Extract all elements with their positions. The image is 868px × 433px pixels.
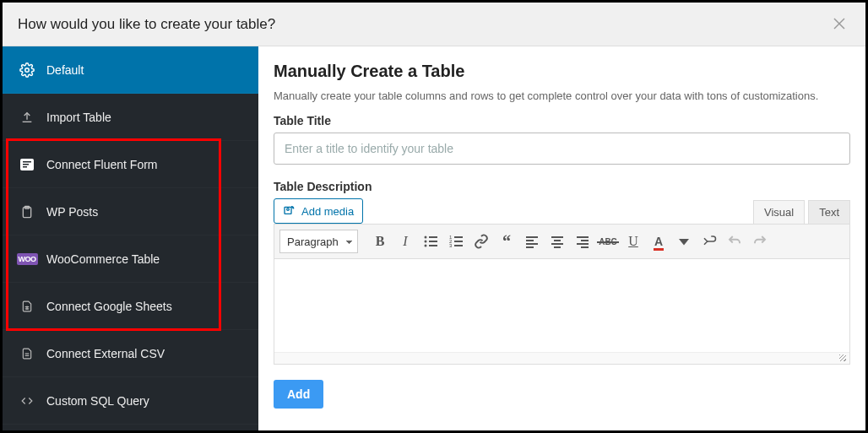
table-title-input[interactable] — [274, 133, 850, 165]
svg-marker-40 — [679, 239, 689, 246]
numbered-list-button[interactable]: 123 — [444, 230, 468, 253]
svg-rect-6 — [23, 166, 27, 168]
bold-button[interactable]: B — [368, 230, 392, 253]
italic-button[interactable]: I — [393, 230, 417, 253]
underline-button[interactable]: U — [621, 230, 645, 253]
sidebar-item-label: Connect External CSV — [46, 347, 165, 360]
align-left-button[interactable] — [520, 230, 544, 253]
format-select[interactable]: Paragraph — [279, 230, 358, 253]
content-heading: Manually Create a Table — [274, 62, 850, 81]
resize-handle[interactable] — [274, 352, 849, 364]
sidebar-item-label: Import Table — [46, 111, 111, 124]
add-button[interactable]: Add — [274, 380, 323, 409]
strikethrough-button[interactable]: ABC — [596, 230, 620, 253]
color-dropdown-button[interactable] — [672, 230, 696, 253]
sidebar-item-woocommerce[interactable]: WOO WooCommerce Table — [3, 235, 258, 283]
svg-text:3: 3 — [449, 243, 453, 248]
align-center-button[interactable] — [545, 230, 569, 253]
modal-title: How would you like to create your table? — [18, 16, 275, 33]
modal-header: How would you like to create your table? — [3, 3, 865, 46]
undo-button[interactable] — [723, 230, 746, 253]
sidebar: Default Import Table Connect Fluent Form… — [3, 46, 258, 430]
woo-icon: WOO — [18, 253, 36, 265]
title-label: Table Title — [274, 114, 850, 127]
sidebar-item-default[interactable]: Default — [3, 46, 258, 94]
sheet-icon — [18, 299, 36, 314]
clipboard-icon — [18, 204, 36, 219]
close-icon — [833, 18, 845, 30]
svg-point-14 — [287, 208, 290, 211]
svg-point-18 — [425, 245, 427, 247]
add-media-label: Add media — [301, 205, 354, 218]
sidebar-item-wp-posts[interactable]: WP Posts — [3, 188, 258, 235]
editor: Paragraph B I 123 “ — [274, 224, 850, 365]
svg-rect-5 — [23, 164, 29, 165]
text-color-button[interactable]: A — [647, 230, 670, 253]
description-textarea[interactable] — [274, 259, 849, 352]
sidebar-item-label: Default — [46, 63, 84, 77]
tab-text[interactable]: Text — [808, 200, 850, 224]
add-media-button[interactable]: Add media — [274, 198, 363, 224]
media-icon — [283, 204, 296, 218]
sidebar-item-external-csv[interactable]: Connect External CSV — [3, 330, 258, 377]
bullet-list-button[interactable] — [419, 230, 442, 253]
form-icon — [18, 159, 36, 170]
code-icon — [18, 395, 36, 407]
close-button[interactable] — [828, 14, 850, 34]
sidebar-item-label: WP Posts — [46, 205, 98, 219]
svg-point-17 — [425, 241, 427, 243]
redo-button[interactable] — [748, 230, 772, 253]
description-label: Table Description — [274, 180, 850, 193]
sidebar-item-fluent-form[interactable]: Connect Fluent Form — [3, 141, 258, 188]
main-content: Manually Create a Table Manually create … — [258, 46, 865, 430]
quote-button[interactable]: “ — [495, 230, 518, 253]
tab-visual[interactable]: Visual — [753, 200, 805, 224]
file-icon — [18, 346, 36, 361]
content-description: Manually create your table columns and r… — [274, 89, 850, 102]
align-right-button[interactable] — [571, 230, 594, 253]
svg-point-16 — [425, 236, 427, 239]
sidebar-item-import[interactable]: Import Table — [3, 94, 258, 141]
svg-point-2 — [25, 68, 30, 72]
sidebar-item-google-sheets[interactable]: Connect Google Sheets — [3, 283, 258, 330]
upload-icon — [18, 111, 36, 124]
sidebar-item-label: Connect Google Sheets — [46, 300, 172, 313]
sidebar-item-label: Connect Fluent Form — [46, 158, 158, 171]
sidebar-item-label: WooCommerce Table — [46, 252, 160, 266]
gear-icon — [18, 62, 36, 78]
sidebar-item-label: Custom SQL Query — [46, 394, 149, 408]
svg-rect-4 — [23, 161, 31, 163]
link-button[interactable] — [469, 230, 493, 253]
editor-toolbar: Paragraph B I 123 “ — [274, 225, 849, 259]
clear-format-button[interactable] — [697, 230, 721, 253]
sidebar-item-sql[interactable]: Custom SQL Query — [3, 377, 258, 425]
